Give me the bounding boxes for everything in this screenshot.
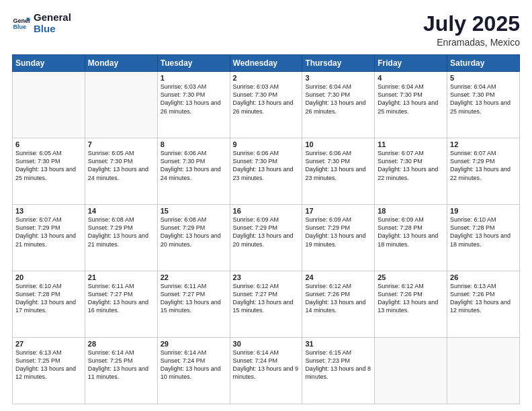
day-number: 22 <box>161 273 227 281</box>
day-info: Sunrise: 6:09 AM Sunset: 7:29 PM Dayligh… <box>305 216 371 248</box>
day-number: 12 <box>450 140 517 148</box>
day-info: Sunrise: 6:10 AM Sunset: 7:28 PM Dayligh… <box>450 216 517 248</box>
calendar-cell: 31Sunrise: 6:15 AM Sunset: 7:23 PM Dayli… <box>302 338 375 404</box>
header-tuesday: Tuesday <box>157 55 230 72</box>
week-row-1: 1Sunrise: 6:03 AM Sunset: 7:30 PM Daylig… <box>13 72 520 138</box>
day-info: Sunrise: 6:07 AM Sunset: 7:29 PM Dayligh… <box>450 149 517 182</box>
day-number: 28 <box>88 340 154 348</box>
day-info: Sunrise: 6:14 AM Sunset: 7:24 PM Dayligh… <box>233 349 300 381</box>
week-row-2: 6Sunrise: 6:05 AM Sunset: 7:30 PM Daylig… <box>13 138 520 205</box>
day-info: Sunrise: 6:07 AM Sunset: 7:30 PM Dayligh… <box>378 149 444 182</box>
header-thursday: Thursday <box>302 55 375 72</box>
day-info: Sunrise: 6:15 AM Sunset: 7:23 PM Dayligh… <box>305 349 371 381</box>
calendar-cell: 2Sunrise: 6:03 AM Sunset: 7:30 PM Daylig… <box>230 72 302 138</box>
header-wednesday: Wednesday <box>230 55 302 72</box>
day-info: Sunrise: 6:05 AM Sunset: 7:30 PM Dayligh… <box>88 149 154 182</box>
svg-text:Blue: Blue <box>13 24 26 30</box>
day-number: 21 <box>88 273 154 281</box>
week-row-5: 27Sunrise: 6:13 AM Sunset: 7:25 PM Dayli… <box>13 338 520 404</box>
calendar-cell: 4Sunrise: 6:04 AM Sunset: 7:30 PM Daylig… <box>375 72 447 138</box>
day-number: 16 <box>233 207 300 215</box>
day-number: 23 <box>233 273 300 281</box>
header-friday: Friday <box>375 55 447 72</box>
header-saturday: Saturday <box>447 55 520 72</box>
day-info: Sunrise: 6:12 AM Sunset: 7:26 PM Dayligh… <box>378 282 444 315</box>
calendar-cell: 3Sunrise: 6:04 AM Sunset: 7:30 PM Daylig… <box>302 72 375 138</box>
day-info: Sunrise: 6:06 AM Sunset: 7:30 PM Dayligh… <box>305 149 371 182</box>
day-info: Sunrise: 6:04 AM Sunset: 7:30 PM Dayligh… <box>450 83 517 116</box>
day-number: 31 <box>305 340 371 348</box>
calendar-cell: 14Sunrise: 6:08 AM Sunset: 7:29 PM Dayli… <box>85 205 157 271</box>
day-info: Sunrise: 6:12 AM Sunset: 7:26 PM Dayligh… <box>305 282 371 315</box>
calendar-cell <box>375 338 447 404</box>
calendar-cell: 11Sunrise: 6:07 AM Sunset: 7:30 PM Dayli… <box>375 138 447 205</box>
day-info: Sunrise: 6:11 AM Sunset: 7:27 PM Dayligh… <box>161 282 227 315</box>
calendar-cell: 8Sunrise: 6:06 AM Sunset: 7:30 PM Daylig… <box>157 138 230 205</box>
calendar-cell: 16Sunrise: 6:09 AM Sunset: 7:29 PM Dayli… <box>230 205 302 271</box>
day-info: Sunrise: 6:08 AM Sunset: 7:29 PM Dayligh… <box>88 216 154 248</box>
calendar-cell: 17Sunrise: 6:09 AM Sunset: 7:29 PM Dayli… <box>302 205 375 271</box>
day-number: 2 <box>233 74 300 82</box>
logo-line1: General <box>34 12 71 24</box>
day-info: Sunrise: 6:08 AM Sunset: 7:29 PM Dayligh… <box>161 216 227 248</box>
day-number: 14 <box>88 207 154 215</box>
logo-icon: General Blue <box>12 14 31 33</box>
day-number: 15 <box>161 207 227 215</box>
day-info: Sunrise: 6:11 AM Sunset: 7:27 PM Dayligh… <box>88 282 154 315</box>
day-number: 5 <box>450 74 517 82</box>
day-number: 30 <box>233 340 300 348</box>
calendar-cell: 12Sunrise: 6:07 AM Sunset: 7:29 PM Dayli… <box>447 138 520 205</box>
day-info: Sunrise: 6:06 AM Sunset: 7:30 PM Dayligh… <box>233 149 300 182</box>
week-row-3: 13Sunrise: 6:07 AM Sunset: 7:29 PM Dayli… <box>13 205 520 271</box>
day-number: 10 <box>305 140 371 148</box>
day-number: 7 <box>88 140 154 148</box>
day-number: 26 <box>450 273 517 281</box>
header: General Blue General Blue July 2025 Enra… <box>12 12 520 48</box>
day-number: 9 <box>233 140 300 148</box>
calendar-cell <box>85 72 157 138</box>
header-sunday: Sunday <box>13 55 85 72</box>
header-monday: Monday <box>85 55 157 72</box>
calendar-cell: 22Sunrise: 6:11 AM Sunset: 7:27 PM Dayli… <box>157 271 230 338</box>
calendar-cell <box>447 338 520 404</box>
calendar-cell: 9Sunrise: 6:06 AM Sunset: 7:30 PM Daylig… <box>230 138 302 205</box>
day-number: 11 <box>378 140 444 148</box>
calendar-cell: 18Sunrise: 6:09 AM Sunset: 7:28 PM Dayli… <box>375 205 447 271</box>
day-number: 17 <box>305 207 371 215</box>
page: General Blue General Blue July 2025 Enra… <box>0 0 532 411</box>
calendar-cell: 13Sunrise: 6:07 AM Sunset: 7:29 PM Dayli… <box>13 205 85 271</box>
day-info: Sunrise: 6:10 AM Sunset: 7:28 PM Dayligh… <box>15 282 82 315</box>
day-info: Sunrise: 6:13 AM Sunset: 7:25 PM Dayligh… <box>15 349 82 381</box>
day-info: Sunrise: 6:07 AM Sunset: 7:29 PM Dayligh… <box>15 216 82 248</box>
day-number: 4 <box>378 74 444 82</box>
day-number: 29 <box>161 340 227 348</box>
day-info: Sunrise: 6:09 AM Sunset: 7:29 PM Dayligh… <box>233 216 300 248</box>
day-info: Sunrise: 6:03 AM Sunset: 7:30 PM Dayligh… <box>233 83 300 116</box>
calendar-cell: 1Sunrise: 6:03 AM Sunset: 7:30 PM Daylig… <box>157 72 230 138</box>
calendar-cell: 19Sunrise: 6:10 AM Sunset: 7:28 PM Dayli… <box>447 205 520 271</box>
calendar-cell: 6Sunrise: 6:05 AM Sunset: 7:30 PM Daylig… <box>13 138 85 205</box>
day-number: 8 <box>161 140 227 148</box>
calendar-cell: 27Sunrise: 6:13 AM Sunset: 7:25 PM Dayli… <box>13 338 85 404</box>
day-number: 1 <box>161 74 227 82</box>
weekday-header-row: Sunday Monday Tuesday Wednesday Thursday… <box>13 55 520 72</box>
calendar-table: Sunday Monday Tuesday Wednesday Thursday… <box>12 54 520 404</box>
calendar-cell: 15Sunrise: 6:08 AM Sunset: 7:29 PM Dayli… <box>157 205 230 271</box>
day-info: Sunrise: 6:09 AM Sunset: 7:28 PM Dayligh… <box>378 216 444 248</box>
month-year: July 2025 <box>423 12 520 36</box>
week-row-4: 20Sunrise: 6:10 AM Sunset: 7:28 PM Dayli… <box>13 271 520 338</box>
day-info: Sunrise: 6:13 AM Sunset: 7:26 PM Dayligh… <box>450 282 517 315</box>
calendar-cell: 26Sunrise: 6:13 AM Sunset: 7:26 PM Dayli… <box>447 271 520 338</box>
location: Enramadas, Mexico <box>423 37 520 48</box>
day-info: Sunrise: 6:06 AM Sunset: 7:30 PM Dayligh… <box>161 149 227 182</box>
calendar-cell: 7Sunrise: 6:05 AM Sunset: 7:30 PM Daylig… <box>85 138 157 205</box>
day-info: Sunrise: 6:14 AM Sunset: 7:25 PM Dayligh… <box>88 349 154 381</box>
calendar-cell: 29Sunrise: 6:14 AM Sunset: 7:24 PM Dayli… <box>157 338 230 404</box>
calendar-cell <box>13 72 85 138</box>
day-number: 19 <box>450 207 517 215</box>
title-block: July 2025 Enramadas, Mexico <box>423 12 520 48</box>
day-number: 24 <box>305 273 371 281</box>
day-number: 18 <box>378 207 444 215</box>
day-number: 3 <box>305 74 371 82</box>
logo-line2: Blue <box>34 24 71 35</box>
